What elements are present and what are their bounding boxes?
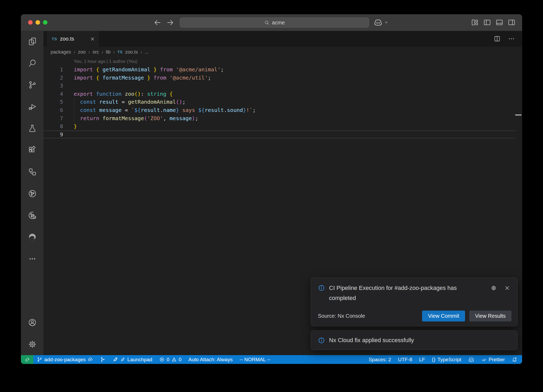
code-line-6[interactable]: 6 const message = `${result.name} says $…: [43, 106, 522, 114]
activity-item-more-views[interactable]: [28, 254, 37, 263]
minimize-window-button[interactable]: [36, 20, 40, 25]
screen: { "titlebar": { "search_value": "acme", …: [0, 0, 543, 392]
indent-guide: [74, 98, 74, 122]
eol-label: LF: [419, 357, 425, 363]
code-line-7[interactable]: 7 return formatMessage('ZOO', message);: [43, 114, 522, 123]
activity-item-extensions[interactable]: [28, 146, 37, 155]
status-indentation[interactable]: Spaces: 2: [365, 355, 395, 364]
git-branch-icon: [37, 357, 42, 362]
activity-item-edge-tools[interactable]: [28, 233, 37, 242]
copilot-menu[interactable]: [374, 18, 389, 27]
customize-layout-icon[interactable]: [471, 18, 479, 27]
activity-item-account[interactable]: [28, 318, 37, 327]
notification-toast-ci-pipeline: CI Pipeline Execution for #add-zoo-packa…: [311, 277, 518, 326]
activity-item-search[interactable]: [28, 59, 37, 68]
code-line-4[interactable]: 4export function zoo(): string {: [43, 90, 522, 98]
double-check-icon: [481, 357, 487, 362]
encoding-label: UTF-8: [398, 357, 412, 363]
status-copilot[interactable]: [465, 355, 478, 364]
traffic-lights: [28, 20, 47, 25]
close-icon[interactable]: [504, 285, 510, 291]
line-number: 9: [43, 130, 63, 139]
activity-item-remote-explorer[interactable]: [28, 167, 37, 176]
view-commit-button[interactable]: View Commit: [422, 311, 465, 321]
braces-icon: {}: [432, 357, 436, 362]
testing-icon: [28, 124, 37, 133]
activity-item-settings[interactable]: [28, 340, 37, 349]
line-number: 3: [43, 82, 63, 90]
tab-zoo-ts[interactable]: TS zoo.ts: [47, 31, 99, 47]
status-notifications[interactable]: [508, 355, 522, 364]
back-arrow-icon[interactable]: [153, 18, 162, 27]
code-line-8[interactable]: 8}: [43, 122, 522, 130]
status-git-graph[interactable]: [97, 355, 109, 364]
plug-icon: [120, 357, 125, 362]
line-number: 8: [43, 122, 63, 130]
status-branch[interactable]: add-zoo-packages: [33, 355, 97, 364]
zoom-window-button[interactable]: [43, 20, 47, 25]
launchpad-label: Launchpad: [127, 357, 152, 363]
toggle-secondary-sidebar-icon[interactable]: [507, 18, 516, 27]
git-graph-icon: [100, 357, 106, 362]
formatter-label: Prettier: [489, 357, 505, 363]
breadcrumb-symbol-ellipsis[interactable]: ...: [145, 49, 149, 55]
breadcrumb-separator: ›: [88, 49, 90, 55]
search-icon: [28, 59, 37, 68]
gear-icon[interactable]: [491, 285, 497, 291]
nx-console-icon: [28, 189, 37, 198]
status-eol[interactable]: LF: [416, 355, 428, 364]
command-center-search[interactable]: acme: [180, 18, 369, 28]
breadcrumb-separator: ›: [113, 49, 115, 55]
activity-item-testing[interactable]: [28, 124, 37, 133]
code-line-5[interactable]: 5 const result = getRandomAnimal();: [43, 98, 522, 106]
split-editor-icon[interactable]: [493, 35, 501, 42]
breadcrumb-item-file[interactable]: zoo.ts: [125, 49, 138, 55]
activity-item-explorer[interactable]: [28, 37, 37, 46]
status-formatter[interactable]: Prettier: [478, 355, 508, 364]
nx-cloud-icon: [28, 211, 37, 220]
forward-arrow-icon[interactable]: [166, 18, 175, 27]
activity-item-nx-cloud[interactable]: [28, 211, 37, 220]
code-line-3[interactable]: 3: [43, 82, 522, 90]
status-problems[interactable]: 0 0: [156, 355, 185, 364]
status-auto-attach[interactable]: Auto Attach: Always: [185, 355, 236, 364]
close-tab-icon[interactable]: [90, 36, 95, 42]
breadcrumb-separator: ›: [141, 49, 142, 55]
remote-indicator[interactable]: [21, 355, 33, 364]
breadcrumb-item-zoo[interactable]: zoo: [78, 49, 86, 55]
notification-message: CI Pipeline Execution for #add-zoo-packa…: [329, 283, 478, 303]
toggle-panel-icon[interactable]: [495, 18, 503, 27]
activity-item-run-and-debug[interactable]: [28, 102, 37, 111]
line-number: 1: [43, 66, 63, 74]
toggle-primary-sidebar-icon[interactable]: [483, 18, 491, 27]
activity-item-nx-console[interactable]: [28, 189, 37, 198]
breadcrumb-item-src[interactable]: src: [93, 49, 99, 55]
code-line-1[interactable]: 1import { getRandomAnimal } from '@acme/…: [43, 66, 522, 74]
activity-item-source-control[interactable]: [28, 80, 37, 89]
status-encoding[interactable]: UTF-8: [395, 355, 416, 364]
view-results-button[interactable]: View Results: [469, 311, 511, 321]
status-bar: add-zoo-packages Launchpad 0 0 Auto Atta…: [21, 355, 522, 364]
chevron-down-icon: [384, 20, 389, 25]
error-count: 0: [167, 357, 169, 363]
notification-message: Nx Cloud fix applied successfully: [329, 335, 414, 345]
status-vim-mode[interactable]: -- NORMAL --: [236, 355, 274, 364]
cloud-upload-icon: [87, 357, 93, 362]
close-window-button[interactable]: [28, 20, 33, 25]
code-line-9[interactable]: 9: [43, 130, 522, 139]
explorer-icon: [28, 37, 37, 46]
line-number: 2: [43, 74, 63, 82]
breadcrumb: packages › zoo › src › lib › TS zoo.ts ›…: [43, 47, 522, 57]
breadcrumb-item-packages[interactable]: packages: [51, 49, 71, 55]
copilot-icon: [468, 356, 474, 363]
tab-bar: TS zoo.ts: [43, 31, 522, 47]
branch-name: add-zoo-packages: [44, 357, 86, 363]
extensions-icon: [28, 146, 37, 155]
language-label: TypeScript: [437, 357, 461, 363]
status-launchpad[interactable]: Launchpad: [109, 355, 156, 364]
overview-ruler-mark: [515, 114, 522, 116]
status-language[interactable]: {} TypeScript: [428, 355, 465, 364]
breadcrumb-item-lib[interactable]: lib: [106, 49, 111, 55]
more-actions-icon[interactable]: [508, 35, 515, 42]
code-line-2[interactable]: 2import { formatMessage } from '@acme/ut…: [43, 74, 522, 82]
